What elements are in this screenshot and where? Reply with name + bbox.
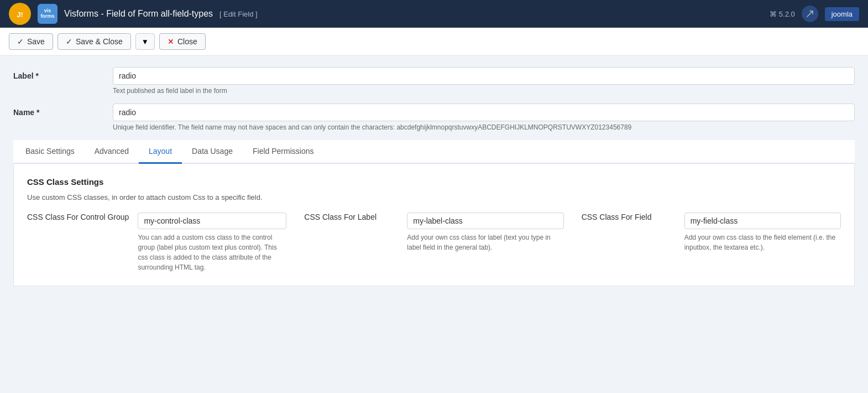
dropdown-button[interactable]: ▼ [135, 33, 155, 50]
tab-field-permissions[interactable]: Field Permissions [243, 140, 323, 164]
css-label-class-label: CSS Class For Label [304, 213, 398, 221]
label-field-label: Label * [13, 67, 113, 80]
close-icon: ✕ [168, 37, 174, 46]
layout-tab-panel: CSS Class Settings Use custom CSS classe… [13, 164, 855, 286]
external-link-icon[interactable] [802, 6, 818, 22]
css-field-class-label: CSS Class For Field [582, 213, 676, 221]
tabs: Basic Settings Advanced Layout Data Usag… [13, 140, 855, 164]
tab-data-usage[interactable]: Data Usage [182, 140, 243, 164]
main-content: Label * Text published as field label in… [0, 56, 868, 297]
css-classes-row: CSS Class For Control Group You can add … [27, 213, 841, 272]
save-close-label: Save & Close [76, 37, 123, 46]
close-button[interactable]: ✕ Close [159, 33, 206, 50]
joomla-logo-area: J! [9, 3, 31, 25]
css-label-class-input[interactable] [407, 213, 563, 229]
tab-advanced[interactable]: Advanced [85, 140, 139, 164]
css-field-class-input[interactable] [684, 213, 841, 229]
user-button[interactable]: joomla [825, 7, 859, 21]
css-label-class-wrap: Add your own css class for label (text y… [407, 213, 563, 252]
close-label: Close [177, 37, 197, 46]
toolbar: ✓ Save ✓ Save & Close ▼ ✕ Close [0, 28, 868, 56]
css-field-class-hint: Add your own css class to the field elem… [684, 232, 841, 252]
label-input[interactable] [113, 67, 855, 85]
topbar-right: ⌘ 5.2.0 joomla [770, 6, 859, 22]
edit-badge: [ Edit Field ] [219, 10, 258, 18]
name-hint: Unique field identifier. The field name … [113, 123, 855, 131]
css-field-class-wrap: Add your own css class to the field elem… [684, 213, 841, 252]
label-field-wrap: Text published as field label in the for… [113, 67, 855, 95]
label-hint: Text published as field label in the for… [113, 87, 855, 95]
visforms-icon: visforms [38, 4, 57, 24]
css-field-class-col: CSS Class For Field Add your own css cla… [582, 213, 841, 252]
save-close-button[interactable]: ✓ Save & Close [57, 33, 131, 50]
tab-container: Basic Settings Advanced Layout Data Usag… [13, 140, 855, 286]
css-control-group-label: CSS Class For Control Group [27, 213, 129, 221]
version-label: ⌘ 5.2.0 [770, 10, 795, 18]
chevron-down-icon: ▼ [142, 38, 149, 46]
tab-basic-settings[interactable]: Basic Settings [15, 140, 85, 164]
label-field-group: Label * Text published as field label in… [13, 67, 855, 95]
css-label-class-col: CSS Class For Label Add your own css cla… [304, 213, 563, 252]
css-control-group-col: CSS Class For Control Group You can add … [27, 213, 286, 272]
name-field-label: Name * [13, 104, 113, 117]
save-icon: ✓ [17, 37, 24, 46]
joomla-logo-icon: J! [9, 3, 31, 25]
name-field-group: Name * Unique field identifier. The fiel… [13, 104, 855, 131]
css-section-desc: Use custom CSS classes, in order to atta… [27, 193, 841, 201]
tab-layout[interactable]: Layout [139, 140, 182, 164]
save-button[interactable]: ✓ Save [9, 33, 53, 50]
app-title: Visforms - Field of Form all-field-types [64, 9, 213, 18]
css-control-group-input[interactable] [138, 213, 286, 229]
css-control-group-hint: You can add a custom css class to the co… [138, 232, 286, 272]
topbar: J! visforms Visforms - Field of Form all… [0, 0, 868, 28]
topbar-title-area: Visforms - Field of Form all-field-types… [64, 9, 258, 19]
css-control-group-wrap: You can add a custom css class to the co… [138, 213, 286, 272]
name-input[interactable] [113, 104, 855, 121]
save-close-icon: ✓ [66, 37, 72, 46]
css-section-title: CSS Class Settings [27, 177, 841, 187]
name-field-wrap: Unique field identifier. The field name … [113, 104, 855, 131]
svg-text:J!: J! [17, 11, 23, 19]
save-label: Save [27, 37, 45, 46]
css-label-class-hint: Add your own css class for label (text y… [407, 232, 563, 252]
